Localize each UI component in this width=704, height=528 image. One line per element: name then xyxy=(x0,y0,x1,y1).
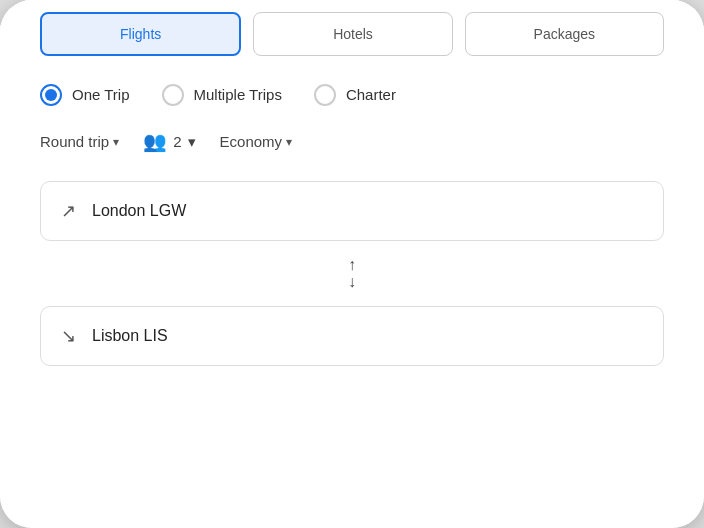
tab-flights-label: Flights xyxy=(120,26,161,42)
phone-frame: Flights Hotels Packages One Trip Multipl… xyxy=(0,0,704,528)
radio-multiple-trips-circle xyxy=(162,84,184,106)
radio-one-trip-label: One Trip xyxy=(72,85,130,105)
options-row: Round trip ▾ 👥 2 ▾ Economy ▾ xyxy=(0,118,704,173)
phone-screen: Flights Hotels Packages One Trip Multipl… xyxy=(0,0,704,528)
round-trip-dropdown[interactable]: Round trip ▾ xyxy=(40,129,119,154)
radio-charter-circle xyxy=(314,84,336,106)
round-trip-chevron: ▾ xyxy=(113,135,119,149)
radio-one-trip-circle xyxy=(40,84,62,106)
tab-hotels[interactable]: Hotels xyxy=(253,12,452,56)
tab-packages[interactable]: Packages xyxy=(465,12,664,56)
tab-flights[interactable]: Flights xyxy=(40,12,241,56)
origin-icon: ↗ xyxy=(61,200,76,222)
swap-arrows: ↑ ↓ xyxy=(348,257,356,290)
radio-multiple-trips-label: Multiple Trips xyxy=(194,85,282,105)
passengers-dropdown[interactable]: 👥 2 ▾ xyxy=(143,126,195,157)
radio-charter[interactable]: Charter xyxy=(314,84,396,106)
cabin-class-label: Economy xyxy=(220,133,283,150)
cabin-class-chevron: ▾ xyxy=(286,135,292,149)
radio-charter-label: Charter xyxy=(346,85,396,105)
destination-input[interactable]: ↘ Lisbon LIS xyxy=(40,306,664,366)
tab-packages-label: Packages xyxy=(534,26,595,42)
passengers-count: 2 xyxy=(173,133,181,150)
radio-one-trip[interactable]: One Trip xyxy=(40,84,130,106)
destination-text: Lisbon LIS xyxy=(92,327,168,345)
radio-one-trip-inner xyxy=(45,89,57,101)
swap-row: ↑ ↓ xyxy=(0,249,704,298)
passengers-icon: 👥 xyxy=(143,130,167,153)
trip-type-row: One Trip Multiple Trips Charter xyxy=(0,56,704,118)
cabin-class-dropdown[interactable]: Economy ▾ xyxy=(220,129,293,154)
radio-multiple-trips[interactable]: Multiple Trips xyxy=(162,84,282,106)
tab-hotels-label: Hotels xyxy=(333,26,373,42)
destination-icon: ↘ xyxy=(61,325,76,347)
swap-button[interactable]: ↑ ↓ xyxy=(348,257,356,290)
top-tabs: Flights Hotels Packages xyxy=(0,0,704,56)
passengers-chevron: ▾ xyxy=(188,133,196,151)
origin-text: London LGW xyxy=(92,202,186,220)
round-trip-label: Round trip xyxy=(40,133,109,150)
origin-input[interactable]: ↗ London LGW xyxy=(40,181,664,241)
